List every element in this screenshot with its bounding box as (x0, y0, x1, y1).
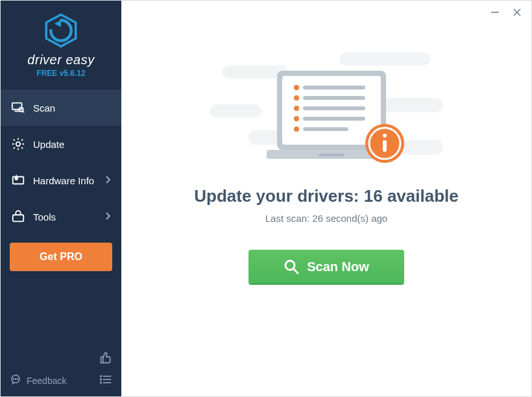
svg-point-40 (294, 116, 299, 121)
svg-point-12 (15, 379, 16, 379)
sidebar-item-update[interactable]: Update (1, 126, 121, 162)
sidebar-item-label: Tools (33, 211, 56, 223)
svg-rect-31 (319, 154, 345, 156)
app-logo-icon (43, 12, 79, 49)
sidebar-item-scan[interactable]: Scan (1, 90, 121, 126)
svg-rect-37 (303, 96, 365, 100)
brand-name: driver easy (1, 53, 121, 67)
svg-line-4 (23, 112, 24, 113)
sidebar-item-label: Update (33, 139, 64, 150)
sidebar-bottom-icons (99, 351, 112, 387)
svg-point-46 (383, 134, 387, 138)
get-pro-button[interactable]: Get PRO (10, 243, 112, 271)
svg-point-15 (101, 376, 102, 377)
hero-illustration (121, 53, 531, 169)
toolbox-icon (11, 210, 25, 224)
magnifier-icon (284, 259, 299, 274)
feedback-button[interactable]: Feedback (10, 374, 66, 387)
svg-rect-25 (339, 53, 430, 66)
sidebar-bottom: Feedback (1, 344, 121, 396)
available-count: 16 (364, 186, 383, 206)
feedback-label: Feedback (27, 376, 66, 386)
hardware-info-icon (11, 173, 25, 187)
sidebar-item-label: Hardware Info (33, 175, 94, 186)
scan-button-label: Scan Now (307, 259, 369, 274)
svg-point-48 (285, 261, 295, 270)
svg-rect-43 (303, 127, 348, 131)
svg-point-36 (294, 95, 299, 101)
list-menu-icon[interactable] (99, 374, 112, 387)
svg-rect-1 (12, 103, 22, 110)
svg-point-11 (13, 379, 14, 379)
svg-point-19 (101, 382, 102, 383)
thumbs-up-icon[interactable] (99, 351, 112, 367)
gear-icon (11, 137, 25, 151)
svg-rect-26 (210, 104, 261, 117)
scan-now-button[interactable]: Scan Now (248, 250, 404, 283)
monitor-search-icon (11, 101, 25, 115)
logo-area: driver easy FREE v5.6.12 (1, 1, 121, 86)
headline-suffix: available (383, 186, 459, 206)
svg-point-17 (101, 379, 102, 380)
svg-point-38 (294, 106, 299, 111)
sidebar-item-hardware-info[interactable]: Hardware Info (1, 162, 121, 198)
brand-version: FREE v5.6.12 (1, 69, 121, 78)
svg-point-34 (294, 85, 299, 90)
svg-rect-9 (13, 215, 24, 221)
sidebar-item-tools[interactable]: Tools (1, 198, 121, 235)
close-button[interactable] (512, 7, 522, 18)
sidebar: driver easy FREE v5.6.12 Scan (1, 1, 121, 396)
sidebar-item-label: Scan (33, 102, 55, 114)
headline: Update your drivers: 16 available (194, 186, 459, 206)
svg-rect-39 (303, 106, 365, 110)
headline-prefix: Update your drivers: (194, 186, 364, 206)
sidebar-nav: Scan Update (1, 90, 121, 235)
svg-point-13 (17, 379, 18, 379)
svg-rect-14 (101, 357, 103, 363)
minimize-button[interactable] (490, 7, 500, 18)
svg-point-7 (15, 177, 18, 180)
last-scan-text: Last scan: 26 second(s) ago (265, 213, 387, 224)
svg-rect-35 (303, 86, 365, 90)
speech-bubble-icon (10, 374, 21, 387)
svg-point-5 (16, 142, 20, 146)
svg-rect-41 (303, 117, 365, 121)
chevron-right-icon (104, 211, 111, 223)
app-window: driver easy FREE v5.6.12 Scan (0, 0, 532, 397)
chevron-right-icon (104, 175, 111, 186)
main-content: Update your drivers: 16 available Last s… (121, 1, 531, 396)
svg-rect-47 (383, 140, 387, 152)
window-controls (490, 7, 522, 18)
svg-line-49 (294, 269, 298, 273)
svg-point-42 (294, 126, 299, 132)
svg-rect-6 (13, 177, 24, 184)
